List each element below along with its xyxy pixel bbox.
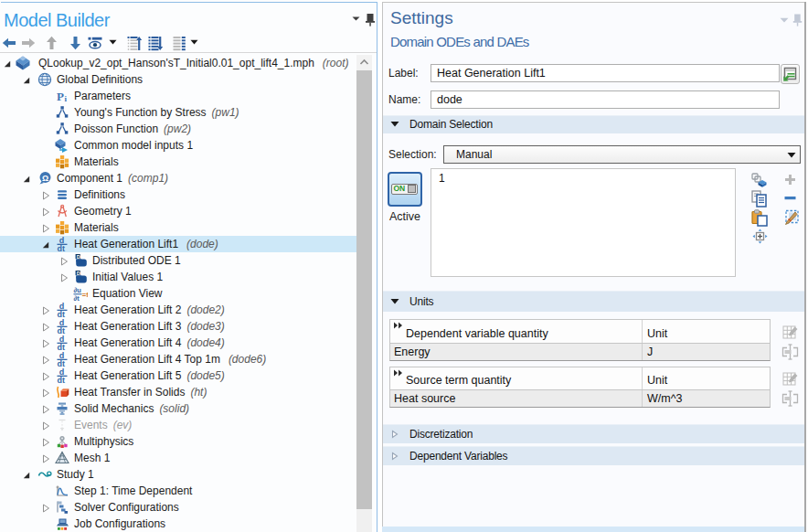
svg-text:dt: dt <box>58 376 66 383</box>
svg-text:∂t: ∂t <box>74 294 80 301</box>
svg-text:dt: dt <box>58 244 66 251</box>
svg-text:D: D <box>77 271 80 276</box>
svg-text:i: i <box>65 94 68 103</box>
svg-text:P: P <box>57 90 64 103</box>
svg-text:dt: dt <box>58 310 66 317</box>
svg-text:=f: =f <box>82 291 88 299</box>
svg-text:Ω: Ω <box>42 174 48 183</box>
svg-text:D: D <box>77 254 80 260</box>
svg-text:dt: dt <box>58 343 66 350</box>
svg-text:dt: dt <box>58 326 66 334</box>
svg-text:dt: dt <box>58 359 66 367</box>
